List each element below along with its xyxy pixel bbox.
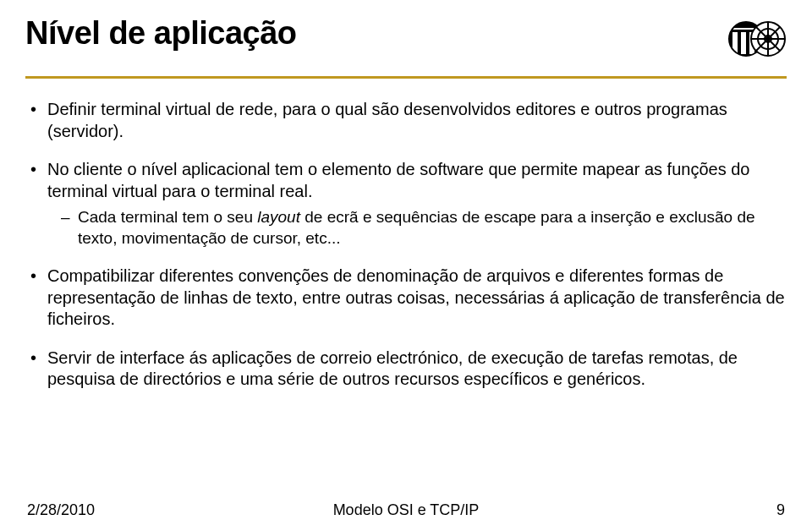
- slide-body: Definir terminal virtual de rede, para o…: [25, 99, 787, 495]
- footer-date: 2/28/2010: [27, 501, 95, 519]
- institution-logo: [727, 15, 787, 66]
- svg-rect-4: [741, 32, 746, 54]
- slide-title: Nível de aplicação: [25, 15, 297, 52]
- sub-bullet-italic: layout: [257, 208, 300, 226]
- bullet-text: No cliente o nível aplicacional tem o el…: [47, 160, 749, 200]
- footer-page-number: 9: [776, 501, 785, 519]
- sub-bullet-item: Cada terminal tem o seu layout de ecrã e…: [61, 207, 787, 249]
- emblem-icon: [727, 15, 787, 66]
- title-underline: [25, 76, 787, 79]
- bullet-list: Definir terminal virtual de rede, para o…: [27, 99, 787, 391]
- bullet-item: No cliente o nível aplicacional tem o el…: [27, 159, 787, 249]
- sub-bullet-list: Cada terminal tem o seu layout de ecrã e…: [61, 207, 787, 249]
- slide: Nível de aplicação: [0, 0, 812, 531]
- bullet-text: Definir terminal virtual de rede, para o…: [47, 100, 727, 140]
- slide-header: Nível de aplicação: [25, 15, 787, 66]
- footer-center: Modelo OSI e TCP/IP: [333, 501, 480, 519]
- sub-bullet-pre: Cada terminal tem o seu: [78, 208, 257, 226]
- bullet-item: Servir de interface ás aplicações de cor…: [27, 348, 787, 391]
- bullet-text: Compatibilizar diferentes convenções de …: [47, 266, 785, 328]
- slide-footer: 2/28/2010 Modelo OSI e TCP/IP 9: [25, 501, 787, 519]
- bullet-text: Servir de interface ás aplicações de cor…: [47, 348, 738, 389]
- bullet-item: Definir terminal virtual de rede, para o…: [27, 99, 787, 142]
- bullet-item: Compatibilizar diferentes convenções de …: [27, 266, 787, 331]
